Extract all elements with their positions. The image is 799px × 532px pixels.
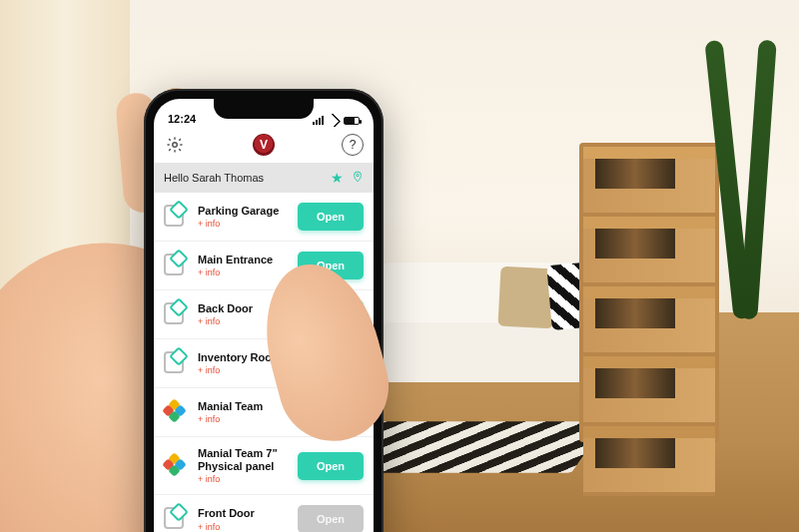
open-button[interactable]: Open bbox=[298, 452, 364, 480]
settings-button[interactable] bbox=[164, 134, 186, 156]
team-icon bbox=[164, 400, 188, 424]
svg-point-1 bbox=[357, 174, 360, 177]
hand-decor: 12:24 V bbox=[0, 63, 390, 532]
location-button[interactable] bbox=[352, 170, 364, 184]
help-button[interactable]: ? bbox=[342, 134, 364, 156]
entry-info-link[interactable]: + info bbox=[198, 474, 288, 484]
brand-logo: V bbox=[253, 134, 275, 156]
entry-title: Manial Team bbox=[198, 400, 288, 413]
svg-point-0 bbox=[173, 143, 178, 148]
door-icon bbox=[164, 351, 188, 375]
scene-living-room: 12:24 V bbox=[0, 0, 799, 532]
entry-text: Manial Team+ info bbox=[198, 400, 288, 425]
door-icon bbox=[164, 254, 188, 277]
open-button: Open bbox=[298, 505, 364, 532]
greeting-bar: Hello Sarah Thomas ★ bbox=[154, 163, 374, 193]
plant-decor bbox=[679, 40, 799, 319]
greeting-text: Hello Sarah Thomas bbox=[164, 172, 264, 184]
entry-info-link[interactable]: + info bbox=[198, 219, 288, 229]
help-icon: ? bbox=[350, 138, 357, 152]
entry-title: Front Door bbox=[198, 507, 288, 520]
entry-title: Main Entrance bbox=[198, 254, 288, 266]
entry-text: Front Door+ info bbox=[198, 507, 288, 532]
entry-text: Parking Garage+ info bbox=[198, 205, 288, 230]
wifi-icon bbox=[328, 116, 340, 125]
entry-row: Manial Team 7" Physical panel+ infoOpen bbox=[154, 437, 374, 495]
entry-row: Front Door+ infoOpen bbox=[154, 495, 374, 532]
door-icon bbox=[164, 205, 188, 229]
team-icon bbox=[164, 454, 188, 478]
battery-icon bbox=[344, 117, 360, 125]
app-bar: V ? bbox=[154, 127, 374, 163]
door-icon bbox=[164, 507, 188, 531]
entry-info-link[interactable]: + info bbox=[198, 522, 288, 532]
open-button[interactable]: Open bbox=[298, 203, 364, 231]
status-time: 12:24 bbox=[168, 113, 196, 125]
location-pin-icon bbox=[352, 170, 364, 184]
entry-info-link[interactable]: + info bbox=[198, 267, 288, 277]
brand-logo-letter: V bbox=[260, 138, 268, 152]
gear-icon bbox=[166, 136, 184, 154]
entry-row: Parking Garage+ infoOpen bbox=[154, 193, 374, 242]
phone-notch bbox=[214, 99, 314, 119]
entry-title: Parking Garage bbox=[198, 205, 288, 218]
entry-text: Manial Team 7" Physical panel+ info bbox=[198, 447, 288, 484]
entry-title: Manial Team 7" Physical panel bbox=[198, 447, 288, 472]
star-icon: ★ bbox=[331, 170, 344, 186]
cellular-signal-icon bbox=[313, 116, 324, 125]
door-icon bbox=[164, 302, 188, 326]
entry-info-link[interactable]: + info bbox=[198, 414, 288, 424]
favorites-button[interactable]: ★ bbox=[331, 170, 344, 186]
entry-text: Main Entrance+ info bbox=[198, 254, 288, 278]
